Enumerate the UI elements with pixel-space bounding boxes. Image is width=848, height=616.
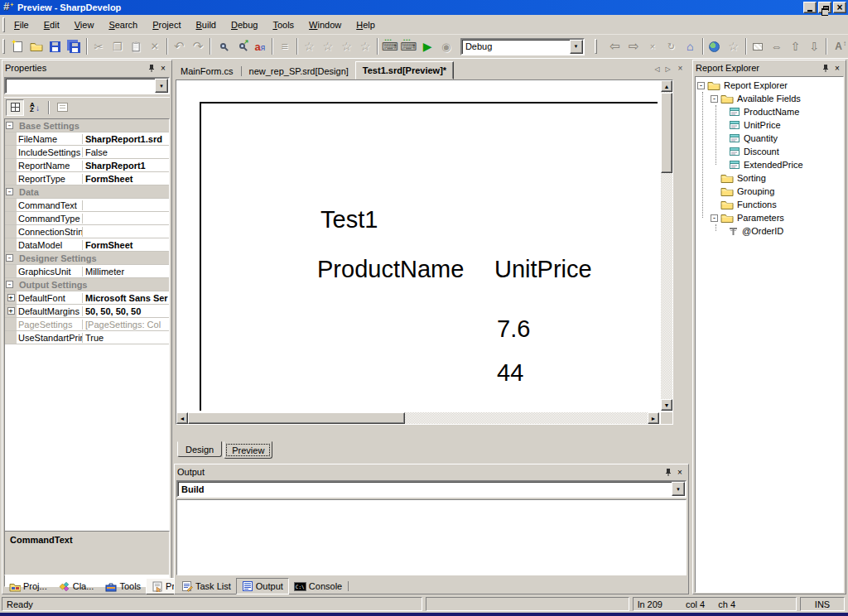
property-row[interactable]: IncludeSettingsFalse (5, 146, 169, 159)
properties-close-button[interactable]: × (157, 63, 169, 74)
vertical-scroll-thumb[interactable] (661, 93, 672, 173)
tab-console[interactable]: Console (289, 578, 347, 594)
vertical-scrollbar[interactable]: ▲ ▼ (661, 80, 672, 411)
property-row[interactable]: GraphicsUnitMillimeter (5, 265, 169, 278)
menu-window[interactable]: Window (303, 18, 347, 31)
horizontal-scrollbar[interactable]: ◄ ► (176, 412, 659, 424)
collapse-icon[interactable] (6, 281, 13, 288)
browse-forward-button[interactable] (624, 37, 643, 55)
property-pages-button[interactable] (53, 99, 71, 116)
tab-scroll-right-button[interactable]: ▷ (663, 65, 672, 75)
collapse-icon[interactable] (6, 188, 13, 195)
refresh-button[interactable] (662, 37, 681, 55)
tree-item-report-explorer[interactable]: Report Explorer (696, 79, 843, 92)
tree-item-sorting[interactable]: Sorting (696, 171, 843, 185)
chevron-down-icon[interactable] (570, 40, 583, 54)
property-row[interactable]: FileNameSharpReport1.srd (5, 132, 169, 146)
open-file-button[interactable] (27, 37, 46, 55)
tab-classes[interactable]: Cla... (54, 578, 99, 594)
tab-output[interactable]: Output (236, 578, 289, 594)
pin-button[interactable] (662, 467, 674, 478)
menu-debug[interactable]: Debug (225, 18, 263, 31)
delete-button[interactable] (145, 37, 164, 55)
tree-item-productname[interactable]: ProductName (696, 105, 843, 118)
scroll-down-button[interactable]: ▼ (661, 399, 672, 411)
tree-item-grouping[interactable]: Grouping (696, 185, 843, 198)
property-row[interactable]: UseStandartPrirTrue (5, 331, 169, 344)
tree-item-quantity[interactable]: Quantity (696, 132, 843, 145)
paste-button[interactable] (127, 37, 146, 55)
web-browser-button[interactable] (706, 37, 725, 55)
tree-item-orderid[interactable]: @OrderID (696, 224, 843, 238)
property-row[interactable]: ConnectionStrin (5, 225, 169, 238)
move-up-button[interactable] (786, 37, 805, 55)
browse-back-button[interactable] (605, 37, 624, 55)
report-explorer-close-button[interactable]: × (831, 63, 843, 74)
pin-button[interactable] (146, 63, 157, 74)
expand-icon[interactable] (7, 294, 15, 301)
property-row[interactable]: CommandText (5, 199, 169, 212)
tab-task-list[interactable]: Task List (176, 578, 236, 594)
restore-button[interactable] (818, 2, 831, 13)
object-selector-combobox[interactable] (4, 77, 170, 94)
horizontal-resize-button[interactable] (767, 37, 786, 55)
property-row[interactable]: ReportNameSharpReport1 (5, 159, 169, 172)
tab-test1-preview[interactable]: Test1.srd[Preview]* (355, 61, 454, 79)
tree-item-discount[interactable]: Discount (696, 145, 843, 158)
prev-bookmark-button[interactable] (319, 37, 338, 55)
menu-project[interactable]: Project (147, 18, 186, 31)
property-row[interactable]: DefaultMargins50, 50, 50, 50 (5, 305, 169, 318)
collapse-icon[interactable] (6, 122, 13, 129)
collapse-icon[interactable] (6, 254, 13, 262)
find-next-button[interactable] (232, 37, 251, 55)
replace-button[interactable] (251, 37, 270, 55)
property-row[interactable]: DefaultFontMicrosoft Sans Ser (5, 291, 169, 305)
home-button[interactable] (681, 37, 700, 55)
collapse-icon[interactable] (711, 95, 718, 103)
move-down-button[interactable] (805, 37, 824, 55)
tab-new-rep-design[interactable]: new_rep_SP.srd[Design] (243, 63, 355, 79)
favorites-button[interactable] (724, 37, 743, 55)
configuration-combobox[interactable]: Debug (460, 38, 585, 55)
stop-load-button[interactable] (643, 37, 662, 55)
property-row[interactable]: CommandType (5, 212, 169, 225)
menu-edit[interactable]: Edit (38, 18, 65, 31)
pin-button[interactable] (820, 63, 831, 74)
run-button[interactable] (418, 37, 437, 55)
tab-close-button[interactable]: × (676, 64, 685, 73)
output-category-combobox[interactable]: Build (176, 480, 687, 498)
alphabetical-sort-button[interactable] (26, 99, 44, 116)
next-bookmark-button[interactable] (337, 37, 356, 55)
toolbar-grip-2[interactable] (595, 39, 597, 54)
tab-design[interactable]: Design (177, 441, 222, 457)
toolbar-grip[interactable] (2, 39, 5, 54)
tab-scroll-left-button[interactable]: ◁ (653, 65, 662, 75)
output-close-button[interactable]: × (674, 467, 686, 478)
menu-help[interactable]: Help (350, 18, 381, 31)
tree-item-extendedprice[interactable]: ExtendedPrice (696, 158, 843, 171)
scroll-left-button[interactable]: ◄ (176, 412, 188, 424)
redo-button[interactable] (189, 37, 208, 55)
tree-item-available-fields[interactable]: Available Fields (696, 92, 843, 105)
scroll-right-button[interactable]: ► (648, 412, 659, 424)
categorized-view-button[interactable] (6, 99, 24, 116)
save-button[interactable] (46, 37, 65, 55)
font-size-button[interactable] (829, 37, 848, 55)
collapse-icon[interactable] (711, 214, 718, 222)
find-button[interactable] (213, 37, 232, 55)
chevron-down-icon[interactable] (155, 79, 168, 93)
tree-item-parameters[interactable]: Parameters (696, 211, 843, 224)
property-row[interactable]: DataModelFormSheet (5, 238, 169, 252)
menu-tools[interactable]: Tools (267, 18, 300, 31)
close-button[interactable] (833, 2, 846, 13)
menu-view[interactable]: View (69, 18, 100, 31)
tab-projects[interactable]: Proj... (4, 578, 52, 594)
stop-button[interactable] (436, 37, 455, 55)
property-category-row[interactable]: Designer Settings (5, 252, 169, 265)
tab-tools[interactable]: Tools (100, 578, 146, 594)
output-text-area[interactable] (176, 499, 687, 575)
property-row[interactable]: PageSettings[PageSettings: Col (5, 318, 169, 331)
scroll-up-button[interactable]: ▲ (661, 80, 672, 92)
property-category-row[interactable]: Base Settings (5, 119, 169, 132)
comment-region-button[interactable] (275, 37, 294, 55)
